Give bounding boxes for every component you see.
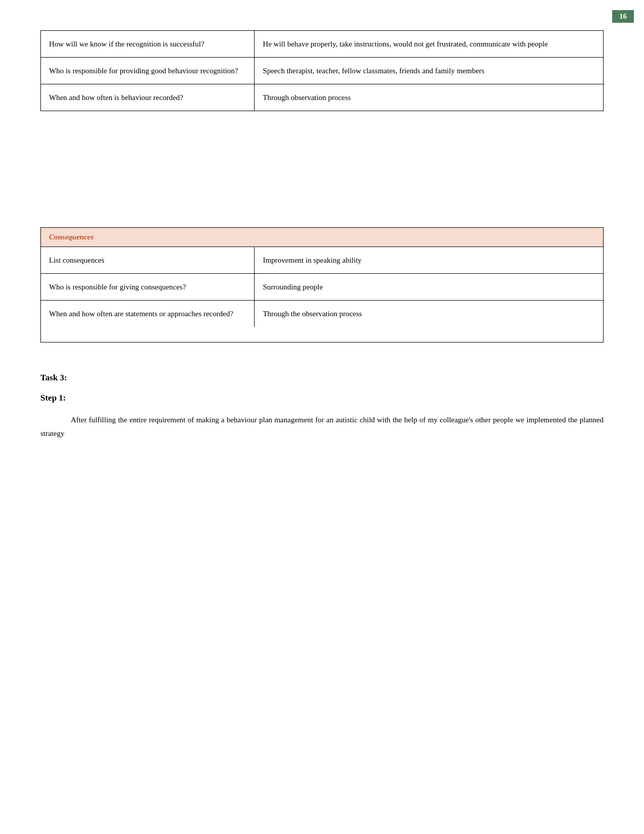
table-cell-question: When and how often are statements or app…: [41, 301, 255, 327]
table-cell-question: Who is responsible for giving consequenc…: [41, 274, 255, 301]
consequences-table: List consequences Improvement in speakin…: [41, 247, 603, 327]
consequences-header: Consequences: [41, 228, 603, 247]
table-cell-answer: Through observation process: [255, 84, 604, 111]
page-number: 16: [612, 10, 634, 23]
spacer: [40, 126, 604, 227]
table-cell-answer: Improvement in speaking ability: [255, 247, 603, 274]
table-row: Who is responsible for providing good be…: [41, 58, 604, 84]
table-cell-answer: He will behave properly, take instructio…: [255, 31, 604, 58]
spacer-2: [40, 342, 604, 363]
table-cell-question: Who is responsible for providing good be…: [41, 58, 255, 84]
table-row: When and how often are statements or app…: [41, 301, 603, 327]
table-cell-question: List consequences: [41, 247, 255, 274]
step1-heading: Step 1:: [40, 393, 604, 403]
table-row: List consequences Improvement in speakin…: [41, 247, 603, 274]
table-cell-question: When and how often is behaviour recorded…: [41, 84, 255, 111]
step1-paragraph: After fulfilling the entire requirement …: [40, 413, 604, 440]
table-row: Who is responsible for giving consequenc…: [41, 274, 603, 301]
table-cell-answer: Surrounding people: [255, 274, 603, 301]
table-cell-question: How will we know if the recognition is s…: [41, 31, 255, 58]
table-row: How will we know if the recognition is s…: [41, 31, 604, 58]
table-cell-answer: Through the observation process: [255, 301, 603, 327]
consequences-table-wrapper: Consequences List consequences Improveme…: [40, 227, 604, 342]
table-cell-answer: Speech therapist, teacher, fellow classm…: [255, 58, 604, 84]
page-container: 16 How will we know if the recognition i…: [0, 0, 644, 479]
table-1: How will we know if the recognition is s…: [40, 30, 604, 111]
task3-heading: Task 3:: [40, 373, 604, 383]
consequences-header-text: Consequences: [49, 233, 93, 241]
table-row: When and how often is behaviour recorded…: [41, 84, 604, 111]
